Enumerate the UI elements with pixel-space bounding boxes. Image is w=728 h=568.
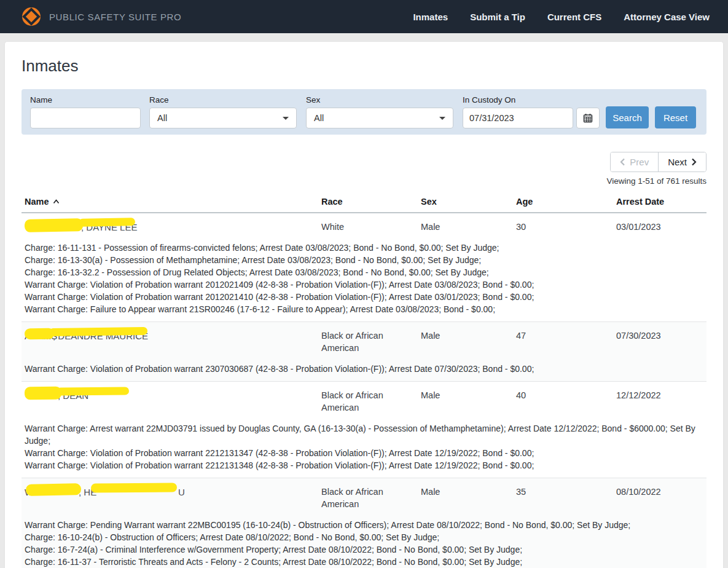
inmate-list: , DAYNE LEE White Male 30 03/01/2023 Cha…	[22, 213, 706, 568]
column-header-age[interactable]: Age	[516, 197, 616, 207]
charge-line: Warrant Charge: Violation of Probation w…	[25, 447, 706, 459]
charge-line: Warrant Charge: Arrest warrant 22MJD0379…	[25, 422, 706, 447]
charges-block: Warrant Charge: Pending Warrant warrant …	[25, 519, 706, 568]
charge-line: Warrant Charge: Violation of Probation w…	[25, 291, 706, 303]
arrest-date-value: 08/10/2022	[616, 486, 706, 510]
content-card: Inmates Name Race All Sex All In Custody…	[5, 42, 723, 568]
top-navbar: PUBLIC SAFETY SUITE PRO Inmates Submit a…	[0, 0, 728, 33]
age-value: 40	[516, 389, 616, 414]
page-title: Inmates	[22, 42, 706, 76]
race-filter-label: Race	[149, 95, 297, 105]
charge-line: Warrant Charge: Violation of Probation w…	[25, 459, 706, 471]
race-filter-select[interactable]: All	[149, 108, 297, 128]
charges-block: Warrant Charge: Arrest warrant 22MJD0379…	[25, 422, 706, 471]
column-header-name[interactable]: Name	[25, 197, 321, 207]
name-fragment: U	[178, 486, 185, 499]
charge-line: Charge: 16-11-131 - Possession of firear…	[25, 242, 706, 254]
name-filter-input[interactable]	[30, 108, 141, 128]
custody-filter-label: In Custody On	[463, 95, 600, 105]
filter-panel: Name Race All Sex All In Custody On	[22, 89, 706, 135]
race-value: Black or African American	[321, 486, 421, 510]
inmate-entry[interactable]: ADAMS, DEANDRE MAURICE Black or African …	[22, 321, 706, 381]
prev-page-button[interactable]: Prev	[611, 152, 659, 172]
brand: PUBLIC SAFETY SUITE PRO	[22, 7, 181, 26]
name-filter-label: Name	[30, 95, 141, 105]
redaction-highlight-mark	[91, 483, 177, 492]
inmate-entry[interactable]: S, DEAN Black or African American Male 4…	[22, 381, 706, 478]
race-value: Black or African American	[321, 329, 421, 354]
redaction-highlight-mark	[57, 387, 129, 395]
redaction-highlight-mark	[49, 327, 147, 336]
results-summary: Viewing 1-51 of 761 results	[606, 176, 706, 186]
sex-filter-select[interactable]: All	[306, 108, 453, 128]
chevron-right-icon	[691, 158, 697, 166]
redaction-highlight-mark	[79, 218, 135, 227]
column-header-arrest-date[interactable]: Arrest Date	[616, 197, 706, 207]
chevron-down-icon	[283, 117, 289, 120]
charge-line: Warrant Charge: Pending Warrant warrant …	[25, 519, 706, 531]
brand-title: PUBLIC SAFETY SUITE PRO	[49, 12, 181, 22]
inmate-row: , DAYNE LEE White Male 30 03/01/2023	[25, 221, 706, 233]
next-page-button[interactable]: Next	[659, 152, 706, 172]
charge-line: Charge: 16-11-37 - Terroristic Threats a…	[25, 556, 706, 568]
sex-filter-label: Sex	[306, 95, 453, 105]
sex-value: Male	[421, 389, 516, 414]
redaction-highlight-mark	[26, 483, 81, 496]
column-header-sex[interactable]: Sex	[421, 197, 516, 207]
charges-block: Charge: 16-11-131 - Possession of firear…	[25, 242, 706, 315]
arrest-date-value: 03/01/2023	[616, 221, 706, 233]
pagination: Prev Next Viewing 1-51 of 761 results	[22, 152, 706, 186]
nav-item-current-cfs[interactable]: Current CFS	[547, 12, 601, 22]
inmates-table: Name Race Sex Age Arrest Date , DAYNE LE…	[22, 193, 706, 568]
sex-filter-value: All	[314, 113, 324, 123]
sex-value: Male	[421, 329, 516, 354]
charge-line: Warrant Charge: Failure to Appear warran…	[25, 303, 706, 315]
chevron-down-icon	[439, 117, 445, 120]
race-filter-value: All	[157, 113, 167, 123]
nav-item-submit-a-tip[interactable]: Submit a Tip	[470, 12, 525, 22]
inmate-entry[interactable]: W, HEU Black or African American Male 35…	[22, 478, 706, 568]
redacted-name: , DAYNE LEE	[25, 221, 321, 233]
sort-asc-icon	[53, 199, 60, 204]
nav-links: Inmates Submit a Tip Current CFS Attorne…	[413, 12, 710, 22]
arrest-date-value: 12/12/2022	[616, 389, 706, 414]
redaction-highlight-mark	[25, 218, 83, 232]
calendar-icon	[583, 113, 593, 123]
charge-line: Warrant Charge: Violation of Probation w…	[25, 278, 706, 291]
race-value: Black or African American	[321, 389, 421, 414]
charge-line: Charge: 16-7-24(a) - Criminal Interferen…	[25, 543, 706, 556]
inmate-row: ADAMS, DEANDRE MAURICE Black or African …	[25, 329, 706, 354]
inmate-row: S, DEAN Black or African American Male 4…	[25, 389, 706, 414]
inmate-row: W, HEU Black or African American Male 35…	[25, 486, 706, 510]
custody-date-input[interactable]	[463, 108, 573, 128]
charge-line: Charge: 16-10-24(b) - Obstruction of Off…	[25, 531, 706, 543]
age-value: 47	[516, 329, 616, 354]
redacted-name: S, DEAN	[25, 389, 321, 401]
sex-value: Male	[421, 486, 516, 510]
age-value: 35	[516, 486, 616, 510]
reset-button[interactable]: Reset	[655, 106, 696, 128]
age-value: 30	[516, 221, 616, 233]
inmate-entry[interactable]: , DAYNE LEE White Male 30 03/01/2023 Cha…	[22, 213, 706, 321]
column-header-race[interactable]: Race	[321, 197, 421, 207]
nav-item-inmates[interactable]: Inmates	[413, 12, 448, 22]
chevron-left-icon	[620, 158, 625, 166]
nav-item-attorney-case-view[interactable]: Attorney Case View	[624, 12, 710, 22]
race-value: White	[321, 221, 421, 233]
charge-line: Charge: 16-13-32.2 - Possession of Drug …	[25, 266, 706, 278]
arrest-date-value: 07/30/2023	[616, 329, 706, 354]
redacted-name: W, HEU	[25, 486, 321, 498]
table-header-row: Name Race Sex Age Arrest Date	[22, 193, 706, 213]
charge-line: Warrant Charge: Violation of Probation w…	[25, 363, 706, 375]
sex-value: Male	[421, 221, 516, 233]
calendar-button[interactable]	[576, 108, 600, 128]
app-logo-icon	[22, 7, 41, 26]
redaction-highlight-mark	[25, 386, 61, 400]
charge-line: Charge: 16-13-30(a) - Possession of Meth…	[25, 254, 706, 266]
charges-block: Warrant Charge: Violation of Probation w…	[25, 363, 706, 375]
search-button[interactable]: Search	[606, 106, 649, 128]
redacted-name: ADAMS, DEANDRE MAURICE	[25, 329, 321, 342]
